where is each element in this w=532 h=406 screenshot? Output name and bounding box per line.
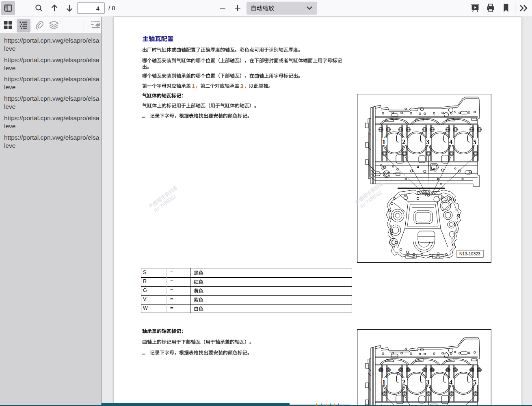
svg-text:N13-10323: N13-10323 [459,251,480,256]
